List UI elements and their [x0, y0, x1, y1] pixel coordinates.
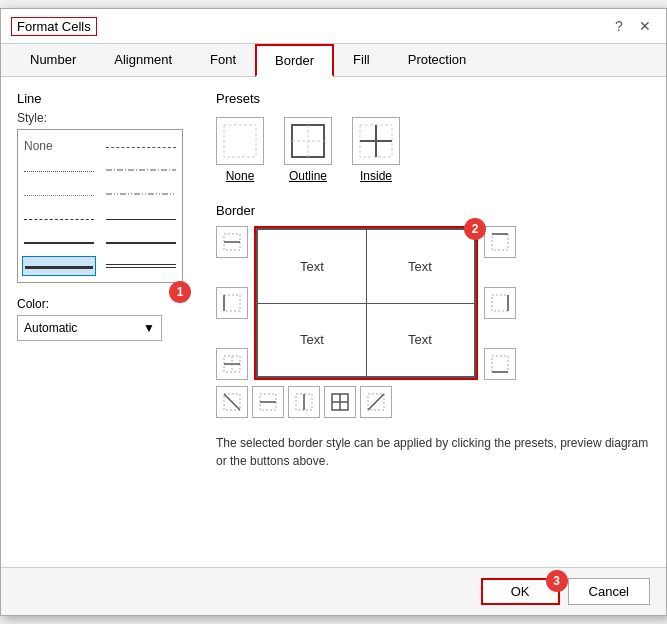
preview-cell-1: Text — [258, 230, 366, 303]
line-long-dash[interactable] — [104, 136, 178, 156]
preview-cell-3: Text — [258, 303, 366, 376]
tab-font[interactable]: Font — [191, 44, 255, 77]
line-medium[interactable] — [22, 232, 96, 252]
preset-none-icon — [216, 117, 264, 165]
preview-wrap-outer: Text Text Text Text 2 — [254, 226, 478, 380]
close-button[interactable]: ✕ — [634, 15, 656, 37]
border-preview: Text Text Text Text — [256, 228, 476, 378]
line-double[interactable] — [104, 256, 178, 276]
tab-fill[interactable]: Fill — [334, 44, 389, 77]
tab-bar: Number Alignment Font Border Fill Protec… — [1, 44, 666, 77]
tab-alignment[interactable]: Alignment — [95, 44, 191, 77]
preset-inside-icon — [352, 117, 400, 165]
line-dash-dot-dot[interactable] — [104, 184, 178, 204]
border-layout: Text Text Text Text 2 — [216, 226, 650, 380]
line-style-box: None — [17, 129, 183, 283]
color-section: Color: Automatic ▼ — [17, 297, 202, 341]
tab-number[interactable]: Number — [11, 44, 95, 77]
footer: OK 3 Cancel — [1, 567, 666, 615]
tab-border[interactable]: Border — [255, 44, 334, 77]
line-none[interactable]: None — [22, 136, 96, 156]
border-section-label: Border — [216, 203, 650, 218]
preset-inside[interactable]: Inside — [352, 117, 400, 183]
title-bar-left: Format Cells — [11, 17, 97, 36]
badge-1: 1 — [169, 281, 191, 303]
line-medium-dash[interactable] — [22, 208, 96, 228]
border-btn-horiz-inside[interactable] — [252, 386, 284, 418]
border-btn-right[interactable] — [484, 287, 516, 319]
hint-text: The selected border style can be applied… — [216, 434, 650, 470]
dialog-title: Format Cells — [11, 17, 97, 36]
cancel-button[interactable]: Cancel — [568, 578, 650, 605]
tab-content: Line Style: None — [1, 77, 666, 567]
svg-rect-20 — [492, 356, 508, 372]
title-bar: Format Cells ? ✕ — [1, 9, 666, 44]
preview-cell-4: Text — [366, 303, 474, 376]
border-preview-wrap[interactable]: Text Text Text Text — [254, 226, 478, 380]
badge-2: 2 — [464, 218, 486, 240]
preset-outline[interactable]: Outline — [284, 117, 332, 183]
line-dash-dot[interactable] — [104, 160, 178, 180]
border-btn-all[interactable] — [324, 386, 356, 418]
svg-line-23 — [224, 394, 240, 410]
line-section-label: Line — [17, 91, 202, 106]
border-btn-top-left-diag[interactable] — [216, 226, 248, 258]
bottom-border-buttons — [216, 386, 650, 418]
svg-rect-2 — [224, 125, 256, 157]
help-button[interactable]: ? — [608, 15, 630, 37]
border-btn-bottom[interactable] — [484, 348, 516, 380]
line-short-dot[interactable] — [22, 184, 96, 204]
border-btn-vert-inside[interactable] — [288, 386, 320, 418]
border-btn-left[interactable] — [216, 287, 248, 319]
preset-outline-icon — [284, 117, 332, 165]
preset-outline-label: Outline — [289, 169, 327, 183]
left-panel: Line Style: None — [17, 91, 202, 470]
svg-rect-11 — [224, 295, 240, 311]
line-solid-thin[interactable] — [104, 208, 178, 228]
main-layout: Line Style: None — [17, 91, 650, 470]
border-btn-diag-down[interactable] — [216, 386, 248, 418]
preset-inside-label: Inside — [360, 169, 392, 183]
border-btn-diag-up[interactable] — [360, 386, 392, 418]
svg-rect-16 — [492, 234, 508, 250]
line-dotted[interactable] — [22, 160, 96, 180]
border-btn-center-horiz[interactable] — [216, 348, 248, 380]
border-controls-right — [484, 226, 516, 380]
tab-protection[interactable]: Protection — [389, 44, 486, 77]
preview-cell-2: Text — [366, 230, 474, 303]
presets-label: Presets — [216, 91, 650, 106]
style-label: Style: — [17, 111, 202, 125]
title-actions: ? ✕ — [608, 15, 656, 37]
right-panel: Presets None — [216, 91, 650, 470]
preset-none-label: None — [226, 169, 255, 183]
line-thick[interactable] — [22, 256, 96, 276]
format-cells-dialog: Format Cells ? ✕ Number Alignment Font B… — [0, 8, 667, 616]
svg-rect-18 — [492, 295, 508, 311]
preset-none[interactable]: None — [216, 117, 264, 183]
line-box-wrap: None — [17, 129, 183, 295]
presets-row: None Outline — [216, 111, 650, 189]
line-medium2[interactable] — [104, 232, 178, 252]
ok-btn-wrap: OK 3 — [481, 578, 560, 605]
border-controls-left — [216, 226, 248, 380]
presets-section: Presets None — [216, 91, 650, 189]
svg-line-32 — [368, 394, 384, 410]
border-section: Border — [216, 203, 650, 418]
border-btn-top[interactable] — [484, 226, 516, 258]
badge-3: 3 — [546, 570, 568, 592]
color-dropdown[interactable]: Automatic ▼ — [17, 315, 162, 341]
